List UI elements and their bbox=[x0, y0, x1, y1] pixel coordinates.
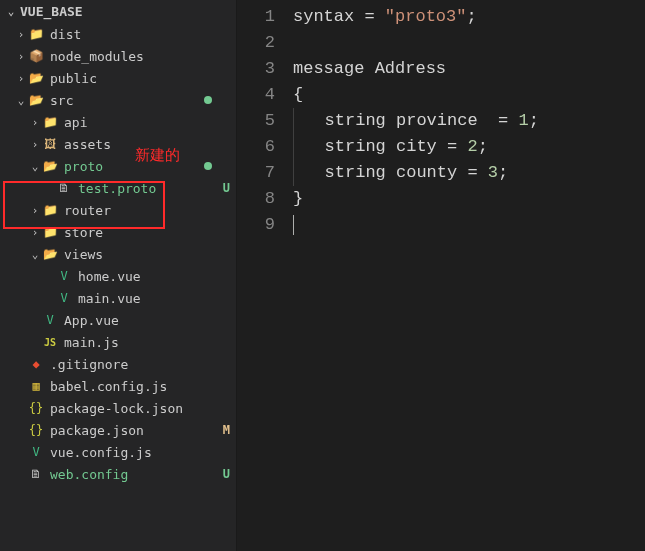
tree-item-label: api bbox=[64, 115, 216, 130]
tree-item-proto[interactable]: ⌄📂proto bbox=[0, 155, 236, 177]
file-icon: 📂 bbox=[42, 158, 58, 174]
modified-dot-icon bbox=[204, 96, 212, 104]
file-icon: 📂 bbox=[42, 246, 58, 262]
tree-item-label: router bbox=[64, 203, 216, 218]
tree-item-api[interactable]: ›📁api bbox=[0, 111, 236, 133]
project-name: VUE_BASE bbox=[20, 4, 83, 19]
tree-item-App-vue[interactable]: VApp.vue bbox=[0, 309, 236, 331]
tree-item-web-config[interactable]: 🗎web.configU bbox=[0, 463, 236, 485]
tree-item-label: App.vue bbox=[64, 313, 216, 328]
tree-item-src[interactable]: ⌄📂src bbox=[0, 89, 236, 111]
file-icon: {} bbox=[28, 422, 44, 438]
chevron-down-icon: ⌄ bbox=[14, 94, 28, 107]
tree-item-label: proto bbox=[64, 159, 204, 174]
file-tree: ›📁dist›📦node_modules›📂public⌄📂src›📁api›🖼… bbox=[0, 23, 236, 485]
chevron-down-icon: ⌄ bbox=[28, 160, 42, 173]
tree-item-assets[interactable]: ›🖼assets bbox=[0, 133, 236, 155]
line-number: 6 bbox=[237, 134, 275, 160]
chevron-right-icon: › bbox=[28, 116, 42, 129]
file-icon: V bbox=[56, 290, 72, 306]
modified-dot-icon bbox=[204, 162, 212, 170]
tree-item-public[interactable]: ›📂public bbox=[0, 67, 236, 89]
file-icon: 📁 bbox=[42, 224, 58, 240]
line-number: 9 bbox=[237, 212, 275, 238]
tree-item-label: store bbox=[64, 225, 216, 240]
tree-item-label: babel.config.js bbox=[50, 379, 216, 394]
file-icon: JS bbox=[42, 334, 58, 350]
code-line: { bbox=[293, 82, 645, 108]
file-icon: 📂 bbox=[28, 70, 44, 86]
code-line: string county = 3; bbox=[293, 160, 645, 186]
code-line: syntax = "proto3"; bbox=[293, 4, 645, 30]
line-number: 2 bbox=[237, 30, 275, 56]
tree-item-node_modules[interactable]: ›📦node_modules bbox=[0, 45, 236, 67]
file-icon: 📁 bbox=[28, 26, 44, 42]
code-line: message Address bbox=[293, 56, 645, 82]
chevron-right-icon: › bbox=[28, 226, 42, 239]
code-line bbox=[293, 212, 645, 238]
tree-item-label: web.config bbox=[50, 467, 216, 482]
code-line bbox=[293, 30, 645, 56]
tree-item-test-proto[interactable]: 🗎test.protoU bbox=[0, 177, 236, 199]
tree-item-label: public bbox=[50, 71, 216, 86]
chevron-right-icon: › bbox=[28, 138, 42, 151]
file-icon: V bbox=[56, 268, 72, 284]
file-icon: {} bbox=[28, 400, 44, 416]
tree-item-label: dist bbox=[50, 27, 216, 42]
file-icon: 📁 bbox=[42, 114, 58, 130]
tree-item-label: node_modules bbox=[50, 49, 216, 64]
tree-item-package-lock-json[interactable]: {}package-lock.json bbox=[0, 397, 236, 419]
git-status-badge: U bbox=[216, 467, 230, 481]
chevron-right-icon: › bbox=[14, 50, 28, 63]
chevron-right-icon: › bbox=[14, 28, 28, 41]
tree-item-label: main.js bbox=[64, 335, 216, 350]
tree-item-router[interactable]: ›📁router bbox=[0, 199, 236, 221]
line-number: 4 bbox=[237, 82, 275, 108]
tree-item-label: test.proto bbox=[78, 181, 216, 196]
code-line: string city = 2; bbox=[293, 134, 645, 160]
file-icon: ▦ bbox=[28, 378, 44, 394]
tree-item-views[interactable]: ⌄📂views bbox=[0, 243, 236, 265]
line-number: 3 bbox=[237, 56, 275, 82]
tree-item-label: package.json bbox=[50, 423, 216, 438]
git-status-badge: U bbox=[216, 181, 230, 195]
code-line: string province = 1; bbox=[293, 108, 645, 134]
chevron-down-icon: ⌄ bbox=[28, 248, 42, 261]
code-editor[interactable]: 123456789 syntax = "proto3"; message Add… bbox=[237, 0, 645, 551]
tree-item-store[interactable]: ›📁store bbox=[0, 221, 236, 243]
line-number: 7 bbox=[237, 160, 275, 186]
file-icon: V bbox=[42, 312, 58, 328]
code-line: } bbox=[293, 186, 645, 212]
file-icon: 📂 bbox=[28, 92, 44, 108]
tree-item--gitignore[interactable]: ◆.gitignore bbox=[0, 353, 236, 375]
project-header[interactable]: ⌄ VUE_BASE bbox=[0, 0, 236, 23]
file-icon: ◆ bbox=[28, 356, 44, 372]
tree-item-label: home.vue bbox=[78, 269, 216, 284]
line-number-gutter: 123456789 bbox=[237, 4, 293, 551]
git-status-badge: M bbox=[216, 423, 230, 437]
file-icon: 🖼 bbox=[42, 136, 58, 152]
tree-item-label: main.vue bbox=[78, 291, 216, 306]
tree-item-label: package-lock.json bbox=[50, 401, 216, 416]
line-number: 5 bbox=[237, 108, 275, 134]
chevron-right-icon: › bbox=[28, 204, 42, 217]
tree-item-babel-config-js[interactable]: ▦babel.config.js bbox=[0, 375, 236, 397]
file-icon: 🗎 bbox=[56, 180, 72, 196]
chevron-right-icon: › bbox=[14, 72, 28, 85]
tree-item-label: vue.config.js bbox=[50, 445, 216, 460]
file-icon: 🗎 bbox=[28, 466, 44, 482]
tree-item-label: .gitignore bbox=[50, 357, 216, 372]
code-content[interactable]: syntax = "proto3"; message Address{ stri… bbox=[293, 4, 645, 551]
tree-item-package-json[interactable]: {}package.jsonM bbox=[0, 419, 236, 441]
tree-item-label: assets bbox=[64, 137, 216, 152]
file-icon: 📁 bbox=[42, 202, 58, 218]
tree-item-label: views bbox=[64, 247, 216, 262]
line-number: 8 bbox=[237, 186, 275, 212]
file-explorer-sidebar: ⌄ VUE_BASE ›📁dist›📦node_modules›📂public⌄… bbox=[0, 0, 237, 551]
tree-item-main-js[interactable]: JSmain.js bbox=[0, 331, 236, 353]
tree-item-dist[interactable]: ›📁dist bbox=[0, 23, 236, 45]
tree-item-vue-config-js[interactable]: Vvue.config.js bbox=[0, 441, 236, 463]
tree-item-main-vue[interactable]: Vmain.vue bbox=[0, 287, 236, 309]
tree-item-home-vue[interactable]: Vhome.vue bbox=[0, 265, 236, 287]
file-icon: 📦 bbox=[28, 48, 44, 64]
